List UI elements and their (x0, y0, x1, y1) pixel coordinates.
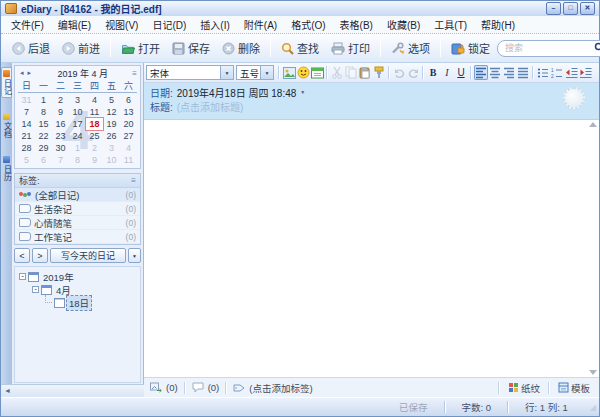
calendar-day-20[interactable]: 20 (120, 118, 137, 130)
paste-button[interactable] (358, 65, 372, 80)
calendar-day-28[interactable]: 28 (18, 142, 35, 154)
menu-item-diary[interactable]: 日记(D) (145, 16, 193, 33)
align-left-button[interactable] (474, 65, 488, 80)
calendar-day-6[interactable]: 6 (35, 154, 52, 166)
entry-title-placeholder[interactable]: (点击添加标题) (177, 99, 244, 114)
menu-item-attachment[interactable]: 附件(A) (237, 16, 284, 33)
forward-button[interactable]: 前进 (57, 38, 105, 58)
write-today-button[interactable]: 写今天的日记 (50, 248, 126, 263)
chevron-down-icon[interactable]: ▼ (260, 66, 273, 79)
menu-item-file[interactable]: 文件(F) (4, 16, 51, 33)
calendar-day-8[interactable]: 8 (35, 106, 52, 118)
menu-item-favorites[interactable]: 收藏(B) (380, 16, 427, 33)
calendar-day-15[interactable]: 15 (35, 118, 52, 130)
tree-node-day-18[interactable]: 18日 (15, 296, 140, 309)
sidebar-tab-calendar[interactable]: 日历 (1, 153, 12, 184)
write-today-dropdown-icon[interactable]: ▼ (128, 248, 141, 263)
chevron-down-icon[interactable]: ▼ (220, 66, 233, 79)
calendar-day-4[interactable]: 4 (120, 142, 137, 154)
calendar-menu-icon[interactable]: ≡ (132, 69, 137, 78)
calendar-day-9[interactable]: 9 (52, 106, 69, 118)
menu-item-help[interactable]: 帮助(H) (474, 16, 522, 33)
calendar-day-26[interactable]: 26 (103, 130, 120, 142)
calendar-day-14[interactable]: 14 (18, 118, 35, 130)
calendar-day-11[interactable]: 11 (120, 154, 137, 166)
find-button[interactable]: 查找 (276, 38, 324, 58)
calendar-next-icon[interactable]: ▸ (26, 69, 34, 77)
insert-table-button[interactable] (310, 65, 324, 80)
font-size-select[interactable]: 五号 ▼ (236, 65, 274, 80)
entry-date-value[interactable]: 2019年4月18日 周四 18:48 (177, 85, 297, 100)
insert-image-button[interactable] (282, 65, 296, 80)
next-diary-button[interactable]: > (32, 248, 48, 263)
italic-button[interactable]: I (440, 65, 454, 80)
attachment-count[interactable]: (0) (166, 382, 178, 393)
calendar-day-16[interactable]: 16 (52, 118, 69, 130)
calendar-day-30[interactable]: 30 (52, 142, 69, 154)
minimize-button[interactable]: – (546, 2, 561, 15)
calendar-day-6[interactable]: 6 (120, 94, 137, 106)
back-button[interactable]: 后退 (7, 38, 55, 58)
calendar-day-9[interactable]: 9 (86, 154, 103, 166)
calendar-day-31[interactable]: 31 (18, 94, 35, 106)
open-button[interactable]: 打开 (116, 38, 165, 58)
search-box[interactable] (497, 40, 600, 57)
redo-button[interactable] (406, 65, 420, 80)
lock-button[interactable]: 锁定 (446, 38, 495, 58)
align-center-button[interactable] (488, 65, 502, 80)
calendar-day-18[interactable]: 18 (86, 118, 103, 130)
calendar-day-24[interactable]: 24 (69, 130, 86, 142)
save-button[interactable]: 保存 (167, 38, 215, 58)
expand-collapse-icon[interactable]: - (19, 273, 26, 280)
template-button[interactable]: 模板 (555, 380, 593, 396)
calendar-day-10[interactable]: 10 (103, 154, 120, 166)
calendar-day-2[interactable]: 2 (52, 94, 69, 106)
font-name-select[interactable]: 宋体 ▼ (146, 65, 234, 80)
calendar-day-4[interactable]: 4 (86, 94, 103, 106)
scroll-down-icon[interactable] (589, 370, 597, 375)
copy-button[interactable] (344, 65, 358, 80)
calendar-day-22[interactable]: 22 (35, 130, 52, 142)
add-tag-placeholder[interactable]: (点击添加标签) (249, 381, 312, 395)
tag-item-mood-essays[interactable]: 心情随笔(0) (15, 216, 140, 230)
calendar-day-1[interactable]: 1 (69, 142, 86, 154)
calendar-day-1[interactable]: 1 (35, 94, 52, 106)
close-button[interactable]: ✕ (580, 2, 595, 15)
search-input[interactable] (503, 42, 591, 54)
calendar-day-2[interactable]: 2 (86, 142, 103, 154)
cut-button[interactable] (330, 65, 344, 80)
calendar-day-11[interactable]: 11 (86, 106, 103, 118)
calendar-day-10[interactable]: 10 (69, 106, 86, 118)
menu-item-format[interactable]: 格式(O) (284, 16, 332, 33)
tags-menu-icon[interactable]: ≡ (131, 176, 136, 185)
bold-button[interactable]: B (426, 65, 440, 80)
search-icon[interactable] (594, 42, 600, 55)
attachment-icon[interactable] (150, 382, 162, 393)
prev-diary-button[interactable]: < (14, 248, 30, 263)
calendar-day-7[interactable]: 7 (18, 106, 35, 118)
calendar-day-8[interactable]: 8 (69, 154, 86, 166)
menu-item-view[interactable]: 视图(V) (98, 16, 145, 33)
indent-button[interactable] (578, 65, 592, 80)
calendar-day-27[interactable]: 27 (120, 130, 137, 142)
calendar-day-5[interactable]: 5 (103, 94, 120, 106)
sidebar-tab-documents[interactable]: 文档 (1, 110, 12, 141)
numbered-list-button[interactable]: 12 (550, 65, 564, 80)
scroll-up-icon[interactable] (589, 122, 597, 127)
bullet-list-button[interactable] (536, 65, 550, 80)
outdent-button[interactable] (564, 65, 578, 80)
delete-button[interactable]: 删除 (217, 38, 265, 58)
align-right-button[interactable] (502, 65, 516, 80)
calendar-day-25[interactable]: 25 (86, 130, 103, 142)
tree-node-year-2019[interactable]: -2019年 (15, 270, 140, 283)
menu-item-edit[interactable]: 编辑(E) (51, 16, 98, 33)
calendar-day-29[interactable]: 29 (35, 142, 52, 154)
format-painter-button[interactable] (372, 65, 386, 80)
sidebar-tab-diary[interactable]: 日记 (1, 67, 12, 98)
maximize-button[interactable]: □ (563, 2, 578, 15)
calendar-day-12[interactable]: 12 (103, 106, 120, 118)
resize-grip[interactable]: ◢ (590, 403, 596, 412)
weather-sun-icon[interactable] (563, 87, 585, 109)
print-button[interactable]: 打印 (326, 38, 375, 58)
calendar-day-21[interactable]: 21 (18, 130, 35, 142)
